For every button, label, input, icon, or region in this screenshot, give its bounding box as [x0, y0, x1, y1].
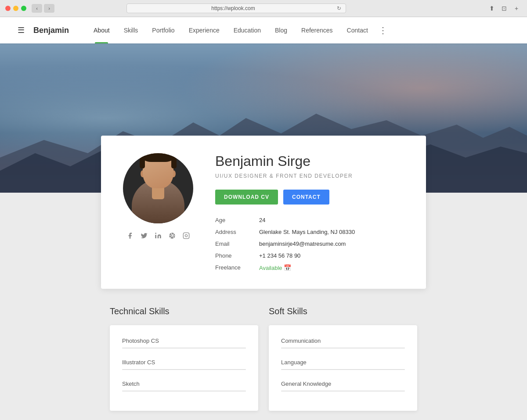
nav-link-contact[interactable]: Contact	[340, 17, 375, 43]
skill-illustrator-label: Illustrator CS	[122, 359, 246, 366]
site-nav: ☰ Benjamin About Skills Portfolio Experi…	[0, 17, 527, 43]
new-tab-button[interactable]: ⊡	[499, 4, 509, 13]
portrait-hair-side-right	[171, 156, 177, 169]
soft-skills-card: Communication Language	[269, 325, 417, 411]
phone-label: Phone	[215, 252, 259, 259]
technical-skills-title: Technical Skills	[110, 306, 258, 316]
skill-photoshop-label: Photoshop CS	[122, 337, 246, 344]
browser-chrome: ‹ › ↻ ⬆ ⊡ +	[0, 0, 527, 17]
profile-right: Benjamin Sirge UI/UX DESIGNER & FRONT EN…	[215, 153, 408, 271]
skill-language: Language	[281, 359, 405, 370]
freelance-value: Available 📅	[259, 264, 291, 271]
skill-sketch: Sketch	[122, 381, 246, 391]
linkedin-icon[interactable]	[155, 232, 162, 241]
close-button[interactable]	[5, 6, 11, 11]
nav-buttons: ‹ ›	[32, 4, 54, 13]
nav-link-education[interactable]: Education	[227, 17, 268, 43]
skill-illustrator-track[interactable]	[122, 369, 246, 370]
skills-section: Technical Skills Photoshop CS Illustrato…	[0, 289, 527, 420]
back-button[interactable]: ‹	[32, 4, 42, 13]
email-value: benjaminsirje49@matresume.com	[259, 241, 346, 247]
social-icons	[126, 232, 190, 241]
instagram-icon[interactable]	[183, 232, 190, 241]
skills-wrapper: Technical Skills Photoshop CS Illustrato…	[101, 306, 426, 411]
svg-point-2	[155, 233, 156, 234]
skill-general-knowledge-fill	[281, 391, 386, 391]
freelance-label: Freelance	[215, 264, 259, 271]
profile-card: Benjamin Sirge UI/UX DESIGNER & FRONT EN…	[101, 136, 426, 289]
dribbble-icon[interactable]	[169, 232, 176, 241]
age-label: Age	[215, 217, 259, 223]
facebook-icon[interactable]	[126, 232, 134, 241]
forward-button[interactable]: ›	[44, 4, 54, 13]
skill-sketch-thumb	[187, 388, 193, 394]
twitter-icon[interactable]	[141, 232, 148, 241]
address-label: Address	[215, 229, 259, 235]
skill-sketch-label: Sketch	[122, 381, 246, 387]
profile-card-wrapper: Benjamin Sirge UI/UX DESIGNER & FRONT EN…	[0, 136, 527, 289]
skill-general-knowledge-thumb	[383, 388, 390, 394]
minimize-button[interactable]	[13, 6, 18, 11]
skill-communication-thumb	[379, 345, 386, 351]
nav-link-blog[interactable]: Blog	[268, 17, 294, 43]
address-bar: ↻	[126, 4, 346, 13]
skill-illustrator-fill	[122, 369, 219, 370]
skill-photoshop: Photoshop CS	[122, 337, 246, 348]
nav-links: About Skills Portfolio Experience Educat…	[87, 17, 375, 43]
skill-photoshop-thumb	[199, 345, 206, 351]
traffic-lights	[5, 6, 26, 11]
nav-link-references[interactable]: References	[294, 17, 340, 43]
download-cv-button[interactable]: DOWNLOAD CV	[215, 190, 278, 205]
nav-link-portfolio[interactable]: Portfolio	[145, 17, 181, 43]
freelance-row: Freelance Available 📅	[215, 264, 408, 271]
add-tab-button[interactable]: +	[511, 4, 522, 13]
portrait-hair	[141, 153, 176, 162]
refresh-icon[interactable]: ↻	[337, 5, 341, 11]
profile-left	[119, 153, 198, 241]
age-value: 24	[259, 217, 265, 223]
email-label: Email	[215, 241, 259, 247]
phone-value: +1 234 56 78 90	[259, 252, 300, 259]
skill-communication: Communication	[281, 337, 405, 348]
skill-communication-label: Communication	[281, 337, 405, 344]
skill-general-knowledge-track[interactable]	[281, 391, 405, 391]
skill-photoshop-track[interactable]	[122, 348, 246, 348]
skill-language-fill	[281, 369, 390, 370]
soft-skills-column: Soft Skills Communication Language	[269, 306, 417, 411]
svg-rect-4	[183, 233, 189, 238]
nav-link-about[interactable]: About	[87, 17, 117, 43]
profile-details: Age 24 Address Glenlake St. Mays Landing…	[215, 217, 408, 271]
skill-general-knowledge: General Knowledge	[281, 381, 405, 391]
skills-grid: Technical Skills Photoshop CS Illustrato…	[110, 306, 417, 411]
nav-link-experience[interactable]: Experience	[182, 17, 227, 43]
more-options-icon[interactable]: ⋮	[379, 25, 387, 36]
available-text: Available	[259, 265, 282, 271]
technical-skills-column: Technical Skills Photoshop CS Illustrato…	[110, 306, 258, 411]
skill-sketch-track[interactable]	[122, 391, 246, 391]
available-icon: 📅	[284, 264, 291, 271]
skill-general-knowledge-label: General Knowledge	[281, 381, 405, 387]
skill-sketch-fill	[122, 391, 190, 391]
hamburger-icon[interactable]: ☰	[18, 25, 25, 35]
profile-title: UI/UX DESIGNER & FRONT END DEVELOPER	[215, 173, 408, 179]
contact-button[interactable]: CONTACT	[283, 190, 329, 205]
profile-name: Benjamin Sirge	[215, 153, 408, 169]
address-value: Glenlake St. Mays Landing, NJ 08330	[259, 229, 355, 235]
soft-skills-title: Soft Skills	[269, 306, 417, 316]
page-wrapper: ☰ Benjamin About Skills Portfolio Experi…	[0, 17, 527, 420]
skill-language-track[interactable]	[281, 369, 405, 370]
skill-language-thumb	[387, 366, 393, 373]
skill-communication-track[interactable]	[281, 348, 405, 348]
share-button[interactable]: ⬆	[487, 4, 497, 13]
technical-skills-card: Photoshop CS Illustrator CS	[110, 325, 258, 411]
nav-link-skills[interactable]: Skills	[117, 17, 145, 43]
email-row: Email benjaminsirje49@matresume.com	[215, 241, 408, 247]
age-row: Age 24	[215, 217, 408, 223]
url-input[interactable]	[131, 5, 335, 11]
profile-actions: DOWNLOAD CV CONTACT	[215, 190, 408, 205]
maximize-button[interactable]	[21, 6, 26, 11]
address-row: Address Glenlake St. Mays Landing, NJ 08…	[215, 229, 408, 235]
site-brand[interactable]: Benjamin	[33, 26, 69, 35]
skill-illustrator-thumb	[216, 366, 222, 373]
skill-photoshop-fill	[122, 348, 202, 348]
